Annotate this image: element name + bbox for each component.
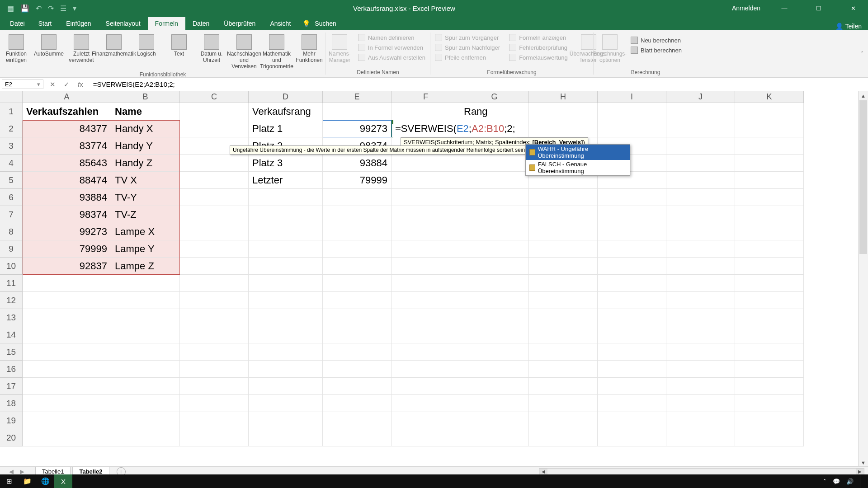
file-explorer-icon[interactable]: 📁 <box>18 474 36 488</box>
cell[interactable] <box>529 326 598 343</box>
cell[interactable] <box>460 378 529 395</box>
cell[interactable] <box>666 258 735 275</box>
show-desktop-button[interactable] <box>860 474 863 488</box>
row-header[interactable]: 8 <box>0 223 23 240</box>
cell[interactable]: Lampe Y <box>111 240 180 258</box>
cell[interactable]: TV-Y <box>111 189 180 206</box>
formula-input[interactable]: =SVERWEIS(E2;A2:B10;2; <box>90 79 868 89</box>
math-trig-button[interactable]: Mathematik und Trigonometrie <box>260 33 293 71</box>
cell[interactable] <box>666 172 735 189</box>
cell[interactable] <box>23 429 111 446</box>
row-header[interactable]: 15 <box>0 343 23 361</box>
more-functions-button[interactable]: Mehr Funktionen <box>293 33 326 65</box>
cell[interactable] <box>392 292 460 309</box>
cell[interactable] <box>735 429 804 446</box>
cell[interactable] <box>598 275 666 292</box>
scroll-up-icon[interactable]: ▲ <box>859 91 868 100</box>
cell[interactable] <box>529 206 598 223</box>
cell[interactable] <box>180 275 249 292</box>
column-header[interactable]: A <box>23 91 111 103</box>
cell[interactable] <box>735 155 804 172</box>
cell[interactable] <box>180 258 249 275</box>
cell[interactable] <box>735 223 804 240</box>
cell[interactable] <box>460 292 529 309</box>
select-all-corner[interactable] <box>0 91 23 103</box>
maximize-button[interactable]: ☐ <box>808 0 829 16</box>
minimize-button[interactable]: ― <box>774 0 795 16</box>
cell[interactable] <box>111 429 180 446</box>
column-header[interactable]: B <box>111 91 180 103</box>
column-header[interactable]: K <box>735 91 804 103</box>
cell[interactable] <box>460 275 529 292</box>
column-header[interactable]: F <box>392 91 460 103</box>
cell[interactable] <box>529 240 598 258</box>
row-header[interactable]: 16 <box>0 361 23 378</box>
cell[interactable] <box>323 309 392 326</box>
cell[interactable] <box>392 412 460 429</box>
row-header[interactable]: 5 <box>0 172 23 189</box>
cell[interactable]: Lampe X <box>111 223 180 240</box>
cell[interactable] <box>180 189 249 206</box>
cell[interactable] <box>460 343 529 361</box>
cell[interactable]: 98374 <box>23 206 111 223</box>
cell[interactable] <box>392 343 460 361</box>
cell[interactable] <box>460 206 529 223</box>
cell[interactable] <box>735 120 804 137</box>
cell[interactable] <box>180 172 249 189</box>
cell[interactable]: 92837 <box>23 258 111 275</box>
cell[interactable]: Verkaufszahlen <box>23 103 111 120</box>
text-button[interactable]: Text <box>163 33 195 59</box>
autocomplete-dropdown[interactable]: WAHR - Ungefähre Übereinstimmung FALSCH … <box>525 144 630 176</box>
redo-icon[interactable]: ↷ <box>48 4 54 13</box>
cell[interactable]: 93884 <box>23 189 111 206</box>
cell[interactable] <box>111 326 180 343</box>
cell[interactable] <box>460 326 529 343</box>
cell[interactable] <box>392 223 460 240</box>
cell[interactable] <box>323 189 392 206</box>
cell[interactable] <box>249 223 323 240</box>
cell[interactable] <box>529 309 598 326</box>
cell[interactable] <box>180 378 249 395</box>
row-header[interactable]: 2 <box>0 120 23 137</box>
cell[interactable] <box>323 292 392 309</box>
row-header[interactable]: 14 <box>0 326 23 343</box>
cell[interactable] <box>323 326 392 343</box>
cell[interactable] <box>111 412 180 429</box>
cell[interactable]: Letzter <box>249 172 323 189</box>
cell[interactable] <box>666 292 735 309</box>
hscroll-left-icon[interactable]: ◀ <box>539 469 547 475</box>
cell[interactable] <box>23 395 111 412</box>
cell[interactable] <box>180 326 249 343</box>
cell[interactable] <box>598 412 666 429</box>
cell[interactable] <box>529 223 598 240</box>
logical-button[interactable]: Logisch <box>130 33 163 59</box>
financial-button[interactable]: Finanzmathematik <box>98 33 130 59</box>
cell[interactable]: Rang <box>460 103 529 120</box>
cell[interactable] <box>598 103 666 120</box>
cell[interactable] <box>180 223 249 240</box>
cell[interactable] <box>735 275 804 292</box>
cell[interactable] <box>460 361 529 378</box>
cell[interactable] <box>666 309 735 326</box>
column-header[interactable]: J <box>666 91 735 103</box>
cell[interactable] <box>735 189 804 206</box>
row-header[interactable]: 17 <box>0 378 23 395</box>
cell[interactable] <box>529 412 598 429</box>
cell[interactable] <box>323 361 392 378</box>
spreadsheet-grid[interactable]: ABCDEFGHIJK 1234567891011121314151617181… <box>0 91 858 467</box>
cell[interactable] <box>529 189 598 206</box>
column-header[interactable]: G <box>460 91 529 103</box>
cell[interactable] <box>392 378 460 395</box>
cell[interactable] <box>23 361 111 378</box>
cell[interactable] <box>23 292 111 309</box>
cell[interactable] <box>180 206 249 223</box>
cell[interactable] <box>249 292 323 309</box>
column-header[interactable]: D <box>249 91 323 103</box>
cell[interactable] <box>323 429 392 446</box>
cell[interactable] <box>735 361 804 378</box>
cell[interactable] <box>392 103 460 120</box>
cell[interactable] <box>392 172 460 189</box>
cell[interactable] <box>392 361 460 378</box>
cell[interactable] <box>598 223 666 240</box>
cell[interactable] <box>180 429 249 446</box>
